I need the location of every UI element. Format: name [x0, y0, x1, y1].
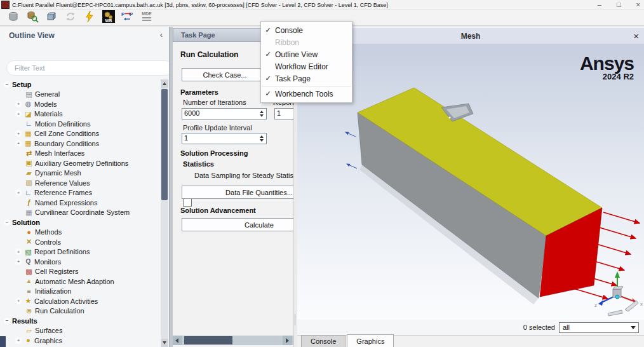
dropdown-arrow-icon [631, 326, 636, 329]
tree-item-named-expressions[interactable]: ƒNamed Expressions [0, 198, 160, 208]
expand-icon[interactable]: + [15, 130, 22, 137]
mesh-close-icon[interactable]: × [633, 31, 639, 41]
expand-icon[interactable]: + [15, 189, 22, 196]
view-context-menu: ✓ConsoleRibbon✓Outline ViewWorkflow Edit… [260, 21, 352, 103]
tree-item-curvilinear-coordinate-system[interactable]: ▦Curvilinear Coordinate System [0, 208, 160, 218]
spin-up-icon[interactable] [258, 109, 265, 114]
expand-icon[interactable]: + [15, 140, 22, 147]
menu-item-label: Workbench Tools [275, 90, 333, 99]
workbench-button[interactable]: WB [100, 11, 117, 25]
tree-item-report-definitions[interactable]: +▧Report Definitions [0, 247, 160, 257]
data-file-quantities-button[interactable]: Data File Quantities... [182, 186, 293, 199]
spin-down-icon[interactable] [258, 139, 265, 143]
check-case-button[interactable]: Check Case... [182, 68, 268, 81]
tree-item-reference-frames[interactable]: +∟Reference Frames [0, 188, 160, 198]
close-button[interactable]: × [636, 0, 640, 10]
expander-spacer [15, 327, 24, 334]
menu-item-workflow-editor[interactable]: Workflow Editor [261, 60, 352, 72]
expand-icon[interactable]: + [15, 337, 22, 344]
maximize-button[interactable]: □ [617, 0, 621, 10]
point-to-point-button[interactable]: PP [119, 11, 136, 25]
tree-item-models[interactable]: +◍Models [0, 99, 160, 109]
tab-graphics[interactable]: Graphics [347, 334, 394, 347]
task-page-hscrollbar[interactable] [173, 336, 293, 345]
tree-item-motion-definitions[interactable]: ∟Motion Definitions [0, 119, 160, 129]
spin-down-icon[interactable] [258, 114, 265, 118]
iterations-input[interactable] [184, 109, 243, 117]
task-page-title: Task Page [181, 31, 215, 39]
expand-icon[interactable]: + [15, 111, 22, 117]
tree-item-run-calculation[interactable]: ⊜Run Calculation [0, 306, 160, 316]
menu-item-workbench-tools[interactable]: ✓Workbench Tools [261, 88, 352, 100]
tree-item-controls[interactable]: ✕Controls [0, 237, 160, 247]
expander-spacer [15, 278, 24, 285]
tree-item-cell-registers[interactable]: ▩Cell Registers [0, 267, 160, 277]
expand-icon[interactable]: + [15, 248, 22, 255]
spin-up-icon[interactable] [258, 134, 265, 139]
collapse-icon[interactable]: − [4, 219, 10, 226]
data-cylinder-icon [7, 10, 20, 25]
tree-item-auxiliary-geometry-definitions[interactable]: ▣Auxiliary Geometry Definitions [0, 158, 160, 168]
materials-icon: ◪ [23, 111, 33, 118]
tree-item-mesh-interfaces[interactable]: ⇄Mesh Interfaces [0, 149, 160, 159]
lightning-bolt-button[interactable] [81, 11, 98, 25]
data-sampling-checkbox[interactable] [183, 198, 192, 207]
tree-item-general[interactable]: ▤General [0, 90, 160, 100]
menu-item-console[interactable]: ✓Console [261, 24, 352, 36]
data-cylinder-button[interactable] [5, 11, 22, 25]
tree-item-automatic-mesh-adaption[interactable]: ▲Automatic Mesh Adaption [0, 276, 160, 287]
collapse-icon[interactable]: − [4, 318, 10, 324]
tree-item-setup[interactable]: −Setup [0, 79, 160, 90]
tree-item-reference-values[interactable]: ▥Reference Values [0, 178, 160, 188]
iterations-spinbox[interactable] [182, 108, 267, 119]
selection-filter-dropdown[interactable]: all [559, 322, 639, 333]
tree-item-methods[interactable]: ●Methods [0, 228, 160, 238]
scroll-left-icon[interactable] [173, 336, 182, 345]
tab-console[interactable]: Console [301, 335, 345, 347]
minimize-button[interactable]: – [598, 0, 601, 10]
tree-item-dynamic-mesh[interactable]: ▰Dynamic Mesh [0, 168, 160, 179]
tree-item-surfaces[interactable]: ▱Surfaces [0, 326, 160, 336]
profile-update-input[interactable] [184, 134, 243, 142]
outline-hscroll-thumb[interactable] [0, 336, 6, 347]
scroll-down-icon[interactable] [161, 339, 168, 347]
tree-item-initialization[interactable]: ≡Initialization [0, 287, 160, 297]
hscrollbar-thumb[interactable] [184, 336, 232, 344]
tree-item-cell-zone-conditions[interactable]: +▦Cell Zone Conditions [0, 129, 160, 139]
reporting-interval-spinbox[interactable] [274, 108, 293, 119]
scroll-up-icon[interactable] [161, 79, 168, 88]
tree-item-solution[interactable]: −Solution [0, 217, 160, 228]
expand-icon[interactable]: + [15, 298, 22, 304]
tree-item-label: Dynamic Mesh [35, 169, 81, 177]
profile-update-spinbox[interactable] [182, 133, 267, 144]
package-box-button[interactable] [43, 11, 60, 25]
tree-item-label: Monitors [34, 258, 61, 266]
menu-item-task-page[interactable]: ✓Task Page [261, 72, 352, 85]
tree-item-calculation-activities[interactable]: +★Calculation Activities [0, 296, 160, 306]
menu-item-outline-view[interactable]: ✓Outline View [261, 48, 352, 60]
collapse-panel-icon[interactable]: ‹ [160, 30, 163, 39]
menu-item-label: Task Page [275, 74, 311, 83]
tree-item-boundary-conditions[interactable]: +▦Boundary Conditions [0, 139, 160, 149]
calculate-button[interactable]: Calculate [182, 218, 293, 231]
rotate-hint-icon[interactable] [608, 310, 622, 316]
expand-icon[interactable]: + [15, 101, 22, 107]
expand-icon[interactable]: + [15, 259, 22, 265]
rotate-hint-icon[interactable] [625, 301, 638, 311]
tree-item-graphics[interactable]: +●Graphics [0, 336, 160, 346]
outline-view-panel: Outline View ‹ −Setup▤General+◍Models+◪M… [0, 27, 169, 347]
collapse-icon[interactable]: − [4, 81, 10, 88]
tree-item-materials[interactable]: +◪Materials [0, 109, 160, 119]
graphics-status-bar: 0 selected all [297, 320, 644, 335]
tree-item-results[interactable]: −Results [0, 316, 160, 326]
filter-text-input[interactable] [6, 60, 169, 76]
reporting-interval-input[interactable] [277, 109, 293, 117]
scroll-right-icon[interactable] [283, 336, 292, 345]
tree-item-monitors[interactable]: +QMonitors [0, 257, 160, 267]
outline-view-title: Outline View [9, 31, 55, 40]
mde-tools-button[interactable]: MDE [138, 11, 155, 25]
axis-triad[interactable]: x z [594, 271, 643, 316]
outline-scrollbar[interactable] [161, 79, 168, 347]
scrollbar-thumb[interactable] [161, 89, 168, 200]
data-cylinder-search-button[interactable] [24, 11, 41, 25]
